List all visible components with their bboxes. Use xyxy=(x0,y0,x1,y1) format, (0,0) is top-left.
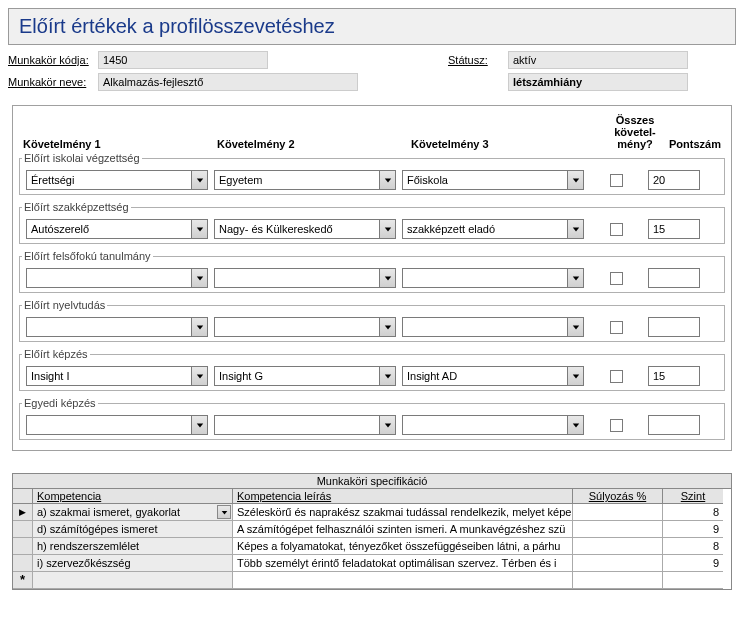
kompetencia-cell[interactable]: d) számítógépes ismeret xyxy=(33,521,233,538)
empty-cell[interactable] xyxy=(663,572,723,589)
chevron-down-icon[interactable] xyxy=(191,171,207,189)
req-combo-1[interactable]: Autószerelő xyxy=(26,219,208,239)
all-requirements-checkbox[interactable] xyxy=(610,419,623,432)
row-selector[interactable] xyxy=(13,504,33,521)
chevron-down-icon[interactable] xyxy=(379,416,395,434)
all-requirements-checkbox[interactable] xyxy=(610,370,623,383)
chevron-down-icon[interactable] xyxy=(379,220,395,238)
chevron-down-icon[interactable] xyxy=(567,367,583,385)
sulyozas-cell[interactable] xyxy=(573,504,663,521)
spec-col-leiras[interactable]: Kompetencia leírás xyxy=(233,489,573,504)
spec-row[interactable]: h) rendszerszemléletKépes a folyamatokat… xyxy=(13,538,731,555)
req-combo-2[interactable] xyxy=(214,415,396,435)
new-row-selector[interactable] xyxy=(13,572,33,589)
chevron-down-icon[interactable] xyxy=(191,269,207,287)
szint-cell[interactable]: 8 xyxy=(663,504,723,521)
spec-new-row[interactable] xyxy=(13,572,731,589)
row-selector[interactable] xyxy=(13,538,33,555)
req-combo-3[interactable] xyxy=(402,268,584,288)
chevron-down-icon[interactable] xyxy=(191,416,207,434)
status-label: Státusz: xyxy=(448,54,508,66)
spec-row[interactable]: a) szakmai ismeret, gyakorlatSzéleskörű … xyxy=(13,504,731,521)
score-input[interactable] xyxy=(648,317,700,337)
req-combo-1[interactable] xyxy=(26,415,208,435)
col-header-score: Pontszám xyxy=(669,138,729,150)
sulyozas-cell[interactable] xyxy=(573,521,663,538)
chevron-down-icon[interactable] xyxy=(567,269,583,287)
req-combo-1[interactable] xyxy=(26,317,208,337)
spec-col-szint[interactable]: Szint xyxy=(663,489,723,504)
req-combo-2[interactable]: Insight G xyxy=(214,366,396,386)
req-combo-1[interactable]: Insight I xyxy=(26,366,208,386)
leiras-cell[interactable]: A számítógépet felhasználói szinten isme… xyxy=(233,521,573,538)
svg-marker-7 xyxy=(384,276,390,280)
szint-cell[interactable]: 8 xyxy=(663,538,723,555)
chevron-down-icon[interactable] xyxy=(567,318,583,336)
chevron-down-icon[interactable] xyxy=(217,505,231,519)
req-combo-2[interactable] xyxy=(214,268,396,288)
col-header-req3: Követelmény 3 xyxy=(411,138,601,150)
empty-cell[interactable] xyxy=(33,572,233,589)
group-5: Egyedi képzés xyxy=(19,397,725,440)
chevron-down-icon[interactable] xyxy=(567,220,583,238)
svg-marker-18 xyxy=(221,511,227,514)
chevron-down-icon[interactable] xyxy=(379,269,395,287)
empty-cell[interactable] xyxy=(233,572,573,589)
chevron-down-icon[interactable] xyxy=(567,416,583,434)
req-combo-3[interactable]: Insight AD xyxy=(402,366,584,386)
row-selector[interactable] xyxy=(13,555,33,572)
score-input[interactable]: 20 xyxy=(648,170,700,190)
group-legend: Előírt felsőfokú tanulmány xyxy=(22,250,153,262)
svg-marker-4 xyxy=(384,227,390,231)
empty-cell[interactable] xyxy=(573,572,663,589)
req-combo-1[interactable]: Érettségi xyxy=(26,170,208,190)
req-combo-text: Insight G xyxy=(215,370,379,382)
req-combo-1[interactable] xyxy=(26,268,208,288)
spec-row[interactable]: i) szervezőkészségTöbb személyt érintő f… xyxy=(13,555,731,572)
leiras-cell[interactable]: Több személyt érintő feladatokat optimál… xyxy=(233,555,573,572)
chevron-down-icon[interactable] xyxy=(567,171,583,189)
req-combo-text: Insight I xyxy=(27,370,191,382)
score-input[interactable] xyxy=(648,268,700,288)
spec-col-kompetencia[interactable]: Kompetencia xyxy=(33,489,233,504)
req-combo-3[interactable] xyxy=(402,415,584,435)
sulyozas-cell[interactable] xyxy=(573,555,663,572)
req-combo-2[interactable]: Nagy- és Külkereskedő xyxy=(214,219,396,239)
kompetencia-cell[interactable]: h) rendszerszemlélet xyxy=(33,538,233,555)
all-requirements-checkbox[interactable] xyxy=(610,223,623,236)
req-combo-3[interactable] xyxy=(402,317,584,337)
all-requirements-checkbox[interactable] xyxy=(610,272,623,285)
chevron-down-icon[interactable] xyxy=(379,171,395,189)
job-code-label: Munkakör kódja: xyxy=(8,54,98,66)
svg-marker-15 xyxy=(196,423,202,427)
sulyozas-cell[interactable] xyxy=(573,538,663,555)
spec-table: Munkaköri specifikáció Kompetencia Kompe… xyxy=(12,473,732,590)
req-combo-2[interactable]: Egyetem xyxy=(214,170,396,190)
svg-marker-10 xyxy=(384,325,390,329)
score-input[interactable] xyxy=(648,415,700,435)
szint-cell[interactable]: 9 xyxy=(663,555,723,572)
chevron-down-icon[interactable] xyxy=(191,220,207,238)
chevron-down-icon[interactable] xyxy=(379,318,395,336)
req-combo-3[interactable]: szakképzett eladó xyxy=(402,219,584,239)
kompetencia-cell[interactable]: a) szakmai ismeret, gyakorlat xyxy=(33,504,233,521)
all-requirements-checkbox[interactable] xyxy=(610,174,623,187)
group-legend: Egyedi képzés xyxy=(22,397,98,409)
szint-cell[interactable]: 9 xyxy=(663,521,723,538)
kompetencia-cell[interactable]: i) szervezőkészség xyxy=(33,555,233,572)
req-combo-3[interactable]: Főiskola xyxy=(402,170,584,190)
spec-row[interactable]: d) számítógépes ismeretA számítógépet fe… xyxy=(13,521,731,538)
chevron-down-icon[interactable] xyxy=(191,318,207,336)
leiras-cell[interactable]: Széleskörű és naprakész szakmai tudással… xyxy=(233,504,573,521)
svg-marker-8 xyxy=(572,276,578,280)
row-selector[interactable] xyxy=(13,521,33,538)
spec-col-sulyozas[interactable]: Súlyozás % xyxy=(573,489,663,504)
score-input[interactable]: 15 xyxy=(648,366,700,386)
req-combo-2[interactable] xyxy=(214,317,396,337)
leiras-cell[interactable]: Képes a folyamatokat, tényezőket összefü… xyxy=(233,538,573,555)
chevron-down-icon[interactable] xyxy=(379,367,395,385)
chevron-down-icon[interactable] xyxy=(191,367,207,385)
score-input[interactable]: 15 xyxy=(648,219,700,239)
all-requirements-checkbox[interactable] xyxy=(610,321,623,334)
group-legend: Előírt szakképzettség xyxy=(22,201,131,213)
